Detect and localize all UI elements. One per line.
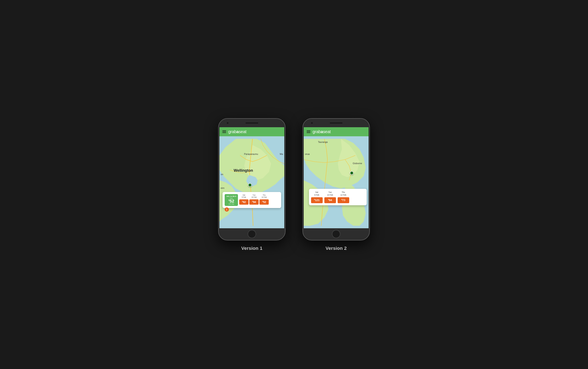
location-marker-v1 xyxy=(248,183,252,187)
map-svg-v2 xyxy=(304,136,369,228)
page-container: grabaseat xyxy=(147,118,441,251)
phone-speaker-v2 xyxy=(330,122,343,124)
notification-badge-v1: 1 xyxy=(225,207,229,212)
phone-bottom-bar-v2 xyxy=(303,228,369,240)
price-btn-sat[interactable]: $62 xyxy=(239,199,248,205)
price-col-sat[interactable]: Sat9 Feb $62 xyxy=(239,194,248,206)
version2-label: Version 2 xyxy=(326,246,347,251)
hamburger-menu-v1[interactable] xyxy=(222,130,226,133)
price-col-tue[interactable]: Tue10 Feb $94 xyxy=(249,194,259,206)
price-btn-thu[interactable]: $52 xyxy=(259,199,269,205)
price-col-v2-tue[interactable]: Tue10 Feb $94 xyxy=(324,191,336,203)
side-button-left-top-v2 xyxy=(303,136,303,142)
phone-speaker-v1 xyxy=(245,122,258,124)
phone-frame-v1: grabaseat xyxy=(218,118,285,241)
phone-screen-v2: grabaseat xyxy=(304,127,369,228)
phone-top-bar-v2 xyxy=(303,119,369,127)
route-one-way: one way xyxy=(229,203,234,205)
side-button-left-bot-v2 xyxy=(303,154,303,160)
price-date-sat: Sat9 Feb xyxy=(242,194,246,198)
phone-screen-v1: grabaseat xyxy=(219,127,284,228)
app-logo-v1: grabaseat xyxy=(228,129,246,134)
price-date-v2-thu: Thu12 Feb xyxy=(340,191,346,196)
price-date-v2-sat: Sat9 Feb xyxy=(314,191,319,196)
phone-version1-wrapper: grabaseat xyxy=(218,118,285,251)
price-btn-v2-thu[interactable]: $73 xyxy=(338,197,349,203)
price-col-v2-sat[interactable]: Sat9 Feb $121 xyxy=(311,191,323,203)
version1-label: Version 1 xyxy=(241,246,263,251)
price-date-thu: Thu12 Feb xyxy=(262,194,267,198)
app-logo-v2: grabaseat xyxy=(313,129,331,134)
phone-top-bar-v1 xyxy=(219,119,285,127)
price-btn-tue[interactable]: $94 xyxy=(249,199,259,205)
home-button-v1[interactable] xyxy=(248,230,256,238)
phone-frame-v2: grabaseat xyxy=(303,118,370,241)
home-button-v2[interactable] xyxy=(332,230,340,238)
price-col-v2-thu[interactable]: Thu12 Feb $73 xyxy=(338,191,349,203)
phone-bottom-bar-v1 xyxy=(219,228,285,240)
price-btn-v2-sat[interactable]: $121 xyxy=(311,197,323,203)
location-marker-v2 xyxy=(350,171,354,175)
map-svg-v1 xyxy=(219,136,284,228)
route-price: $52 xyxy=(228,199,234,203)
route-code: AKL to WLG xyxy=(226,195,236,197)
price-popup-v2[interactable]: Sat9 Feb $121 Tue10 Feb $94 Thu12 Feb $7… xyxy=(309,189,367,205)
phones-row: grabaseat xyxy=(218,118,370,251)
phone-camera-v2 xyxy=(311,122,313,124)
phone-camera-v1 xyxy=(227,122,228,124)
side-button-right xyxy=(285,140,285,150)
route-info: AKL to WLG from $52 one way xyxy=(225,194,238,206)
side-button-right-v2 xyxy=(369,140,370,150)
app-header-v1: grabaseat xyxy=(219,127,284,136)
price-date-tue: Tue10 Feb xyxy=(251,194,257,198)
phone-version2-wrapper: grabaseat xyxy=(303,118,370,251)
price-btn-v2-tue[interactable]: $94 xyxy=(324,197,336,203)
price-col-thu[interactable]: Thu12 Feb $52 xyxy=(259,194,269,206)
app-header-v2: grabaseat xyxy=(304,127,369,136)
side-button-left-mid xyxy=(218,145,219,152)
price-columns-v1: Sat9 Feb $62 Tue10 Feb $94 Thu12 Feb $52 xyxy=(239,194,269,206)
map-area-v1: Paraparaumu Ma Wellington on eim AKL to … xyxy=(219,136,284,228)
hamburger-menu-v2[interactable] xyxy=(307,130,310,133)
side-button-left-mid-v2 xyxy=(303,145,303,152)
price-popup-v1[interactable]: AKL to WLG from $52 one way Sat9 Feb $62 xyxy=(223,192,281,208)
side-button-left-bot xyxy=(218,154,219,160)
price-date-v2-tue: Tue10 Feb xyxy=(327,191,333,196)
map-area-v2: Tauranga orua Gisborne Sat9 Feb $121 xyxy=(304,136,369,228)
side-button-left-top xyxy=(218,136,219,142)
